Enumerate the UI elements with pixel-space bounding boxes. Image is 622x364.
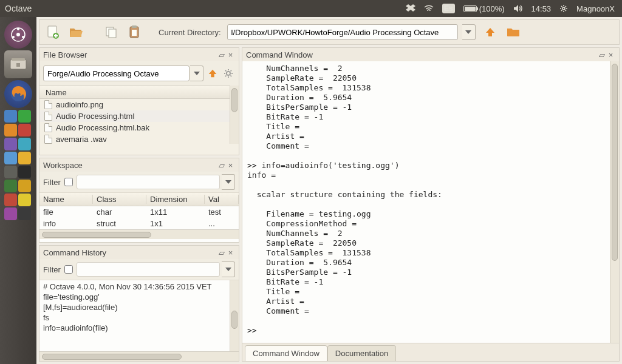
file-icon xyxy=(44,135,52,144)
file-list-scrollbar[interactable] xyxy=(230,86,239,144)
app-title: Octave xyxy=(5,4,406,13)
list-item[interactable]: fs xyxy=(43,312,226,323)
file-browser-panel: File Browser ▱ × Name audioinfo.png Audi… xyxy=(39,47,239,155)
file-icon xyxy=(44,100,52,109)
launcher-firefox-icon[interactable] xyxy=(4,80,32,108)
battery-indicator[interactable]: (100%) xyxy=(463,4,505,13)
history-list[interactable]: # Octave 4.0.0, Mon Nov 30 14:36:56 2015… xyxy=(39,280,230,334)
svg-point-17 xyxy=(227,72,230,75)
table-row[interactable]: filechar1x11test xyxy=(39,206,239,218)
list-item[interactable]: file='testing.ogg' xyxy=(43,292,226,302)
svg-rect-16 xyxy=(132,30,137,36)
workspace-col-dimension[interactable]: Dimension xyxy=(146,195,205,204)
tab-command-window[interactable]: Command Window xyxy=(245,345,327,361)
command-history-panel: Command History ▱ × Filter # Octave 4.0.… xyxy=(39,245,239,362)
user-name[interactable]: MagnoonX xyxy=(576,4,615,13)
file-row[interactable]: audioinfo.png xyxy=(39,99,230,110)
file-browser-path-dropdown[interactable] xyxy=(190,66,203,81)
go-up-icon[interactable] xyxy=(482,24,499,41)
history-filter-dropdown[interactable] xyxy=(222,261,235,277)
workspace-hscrollbar[interactable] xyxy=(39,229,239,239)
svg-point-5 xyxy=(22,36,24,38)
file-browser-path-input[interactable] xyxy=(43,66,190,81)
workspace-filter-dropdown[interactable] xyxy=(222,174,235,190)
command-history-title: Command History xyxy=(43,248,106,257)
command-window-output[interactable]: NumChannels = 2 SampleRate = 22050 Total… xyxy=(242,61,610,343)
file-list-header-name[interactable]: Name xyxy=(39,86,230,99)
workspace-filter-label: Filter xyxy=(43,178,61,187)
clock[interactable]: 14:53 xyxy=(531,4,552,13)
workspace-filter-field[interactable] xyxy=(77,175,220,189)
close-icon[interactable]: × xyxy=(606,50,615,59)
file-browser-up-icon[interactable] xyxy=(206,65,219,82)
close-icon[interactable]: × xyxy=(226,50,235,59)
command-window-panel: Command Window ▱ × NumChannels = 2 Sampl… xyxy=(242,47,620,362)
list-item[interactable]: info=audioinfo(file) xyxy=(43,323,226,333)
settings-gear-icon[interactable] xyxy=(559,4,568,13)
history-filter-label: Filter xyxy=(43,265,61,274)
browse-folder-icon[interactable] xyxy=(505,24,522,41)
file-row[interactable]: Audio Processing.html.bak xyxy=(39,122,230,133)
copy-icon[interactable] xyxy=(103,24,120,41)
file-row[interactable]: avemaria .wav xyxy=(39,133,230,144)
workspace-col-value[interactable]: Val xyxy=(205,195,239,204)
file-icon xyxy=(44,112,52,121)
open-folder-icon[interactable] xyxy=(67,24,84,41)
workspace-title: Workspace xyxy=(43,161,83,170)
history-filter-field[interactable] xyxy=(77,262,220,277)
wifi-icon[interactable] xyxy=(424,4,434,13)
unity-launcher xyxy=(0,17,36,364)
battery-icon xyxy=(463,5,477,12)
history-filter-checkbox[interactable] xyxy=(64,265,73,274)
close-icon[interactable]: × xyxy=(226,161,235,170)
undock-icon[interactable]: ▱ xyxy=(217,161,226,170)
dropbox-icon[interactable] xyxy=(406,4,415,13)
tab-documentation[interactable]: Documentation xyxy=(327,345,396,361)
menu-bar: Octave Es (100%) 14:53 MagnoonX xyxy=(0,0,622,17)
workspace-col-name[interactable]: Name xyxy=(39,195,93,204)
undock-icon[interactable]: ▱ xyxy=(217,248,226,257)
workspace-table[interactable]: Name Class Dimension Val filechar1x11tes… xyxy=(39,193,239,229)
command-window-title: Command Window xyxy=(246,50,313,59)
launcher-apps-stack[interactable] xyxy=(4,110,32,220)
svg-point-2 xyxy=(16,33,20,36)
file-browser-title: File Browser xyxy=(43,50,87,59)
svg-rect-15 xyxy=(132,25,137,28)
workspace-col-class[interactable]: Class xyxy=(93,195,146,204)
svg-rect-8 xyxy=(16,63,20,67)
app-main: Current Directory: File Browser ▱ × xyxy=(36,17,622,364)
command-window-tabs: Command Window Documentation xyxy=(242,343,619,361)
keyboard-layout-badge[interactable]: Es xyxy=(442,4,455,13)
current-directory-dropdown[interactable] xyxy=(462,24,476,40)
list-item[interactable]: clear xyxy=(43,333,226,334)
svg-rect-13 xyxy=(109,29,116,38)
history-scrollbar[interactable] xyxy=(230,280,239,351)
table-row[interactable]: infostruct1x1... xyxy=(39,218,239,229)
list-item[interactable]: [M,fs]=audioread(file) xyxy=(43,302,226,312)
svg-point-3 xyxy=(17,28,19,30)
undock-icon[interactable]: ▱ xyxy=(597,50,606,59)
launcher-files-icon[interactable] xyxy=(4,50,32,78)
list-item[interactable]: # Octave 4.0.0, Mon Nov 30 14:36:56 2015… xyxy=(43,281,226,292)
file-browser-gear-icon[interactable] xyxy=(222,65,235,82)
main-toolbar: Current Directory: xyxy=(39,19,620,45)
history-hscrollbar[interactable] xyxy=(39,351,239,361)
file-row[interactable]: Audio Processing.html xyxy=(39,110,230,122)
undock-icon[interactable]: ▱ xyxy=(217,50,226,59)
battery-percent: (100%) xyxy=(479,4,505,13)
left-dock: File Browser ▱ × Name audioinfo.png Audi… xyxy=(39,47,239,362)
command-window-scrollbar[interactable] xyxy=(610,61,619,343)
current-directory-input[interactable] xyxy=(227,24,458,40)
paste-icon[interactable] xyxy=(126,24,143,41)
launcher-dash-icon[interactable] xyxy=(4,21,32,49)
volume-icon[interactable] xyxy=(513,4,523,13)
system-tray: Es (100%) 14:53 MagnoonX xyxy=(406,4,615,13)
workspace-panel: Workspace ▱ × Filter Name Class Dimensio… xyxy=(39,158,239,243)
workspace-filter-checkbox[interactable] xyxy=(64,178,73,186)
svg-point-0 xyxy=(562,7,565,10)
file-icon xyxy=(44,123,52,132)
file-list[interactable]: Name audioinfo.png Audio Processing.html… xyxy=(39,86,230,144)
svg-point-4 xyxy=(12,36,15,38)
close-icon[interactable]: × xyxy=(226,248,235,257)
new-file-icon[interactable] xyxy=(44,24,61,41)
